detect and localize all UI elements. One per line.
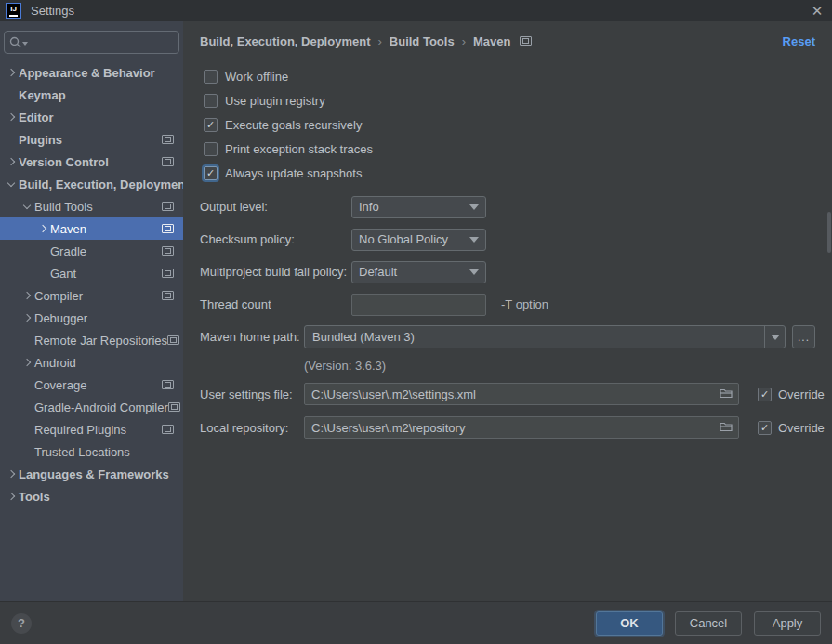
settings-page-icon bbox=[168, 402, 180, 412]
sidebar-item-android[interactable]: Android bbox=[0, 351, 183, 374]
sidebar-item-label: Appearance & Behavior bbox=[19, 66, 155, 80]
use-plugin-registry-checkbox[interactable] bbox=[204, 94, 218, 108]
dropdown-selected-value: Info bbox=[359, 200, 469, 214]
always-update-snapshots-checkbox[interactable]: ✓ bbox=[204, 166, 218, 180]
sidebar-item-label: Required Plugins bbox=[34, 423, 126, 437]
sidebar-item-trusted-locations[interactable]: Trusted Locations bbox=[0, 440, 183, 463]
checkbox-row-use-plugin-registry: Use plugin registry bbox=[200, 88, 815, 112]
settings-search-box[interactable] bbox=[4, 31, 179, 54]
chevron-down-icon bbox=[469, 269, 479, 275]
settings-page-icon bbox=[162, 157, 174, 166]
ok-button[interactable]: OK bbox=[596, 611, 663, 636]
vertical-scrollbar-thumb[interactable] bbox=[827, 212, 831, 253]
thread-count-label: Thread count bbox=[200, 297, 351, 311]
sidebar-item-tools[interactable]: Tools bbox=[0, 485, 183, 507]
chevron-right-icon[interactable] bbox=[20, 360, 34, 365]
breadcrumb-part[interactable]: Build Tools bbox=[390, 34, 455, 48]
settings-page-icon bbox=[162, 246, 174, 256]
chevron-right-icon[interactable] bbox=[4, 159, 19, 164]
checkbox-row-execute-goals-recursively: ✓Execute goals recursively bbox=[200, 112, 815, 137]
window-title: Settings bbox=[31, 4, 74, 18]
dropdown-rows: Output level:InfoChecksum policy:No Glob… bbox=[200, 191, 815, 288]
chevron-down-icon[interactable] bbox=[20, 204, 34, 208]
chevron-right-icon[interactable] bbox=[4, 114, 19, 120]
sidebar-item-compiler[interactable]: Compiler bbox=[0, 284, 183, 307]
sidebar-item-label: Version Control bbox=[19, 155, 109, 169]
dialog-buttons: OK Cancel Apply bbox=[596, 611, 821, 636]
checkbox-label: Always update snapshots bbox=[225, 166, 362, 180]
sidebar-item-plugins[interactable]: Plugins bbox=[0, 128, 183, 151]
checkbox-row-work-offline: Work offline bbox=[200, 64, 815, 88]
dialog-footer: ? OK Cancel Apply bbox=[0, 601, 832, 644]
sidebar-item-required-plugins[interactable]: Required Plugins bbox=[0, 418, 183, 440]
breadcrumb-part: Maven bbox=[473, 34, 510, 48]
settings-page-icon bbox=[162, 380, 174, 389]
thread-count-input[interactable] bbox=[351, 294, 486, 316]
sidebar-item-label: Tools bbox=[19, 490, 50, 504]
sidebar-item-label: Build Tools bbox=[34, 200, 93, 214]
chevron-right-icon[interactable] bbox=[4, 471, 19, 477]
sidebar-item-maven[interactable]: Maven bbox=[0, 217, 183, 240]
settings-page-icon bbox=[162, 291, 174, 300]
chevron-right-icon[interactable] bbox=[4, 70, 19, 75]
folder-icon[interactable] bbox=[720, 421, 733, 435]
chevron-down-icon[interactable] bbox=[4, 182, 19, 186]
sidebar-item-label: Android bbox=[34, 356, 76, 370]
sidebar-item-coverage[interactable]: Coverage bbox=[0, 374, 183, 396]
checksum-policy-row: Checksum policy:No Global Policy bbox=[200, 223, 815, 256]
settings-page-icon bbox=[520, 36, 532, 46]
breadcrumb-separator: › bbox=[377, 34, 381, 48]
settings-page-icon bbox=[162, 135, 174, 144]
sidebar-item-appearance-behavior[interactable]: Appearance & Behavior bbox=[0, 61, 183, 84]
chevron-right-icon[interactable] bbox=[4, 493, 19, 499]
settings-page-icon bbox=[162, 224, 174, 233]
sidebar-item-label: Gradle-Android Compiler bbox=[34, 401, 168, 414]
sidebar-item-remote-jar-repositories[interactable]: Remote Jar Repositories bbox=[0, 329, 183, 351]
maven-home-dropdown-section[interactable] bbox=[764, 326, 785, 348]
form-label: Output level: bbox=[200, 200, 351, 214]
sidebar-item-gradle[interactable]: Gradle bbox=[0, 240, 183, 262]
print-exception-stack-traces-checkbox[interactable] bbox=[204, 142, 218, 156]
folder-icon[interactable] bbox=[720, 388, 733, 401]
user-settings-file-field-wrap bbox=[304, 383, 739, 405]
sidebar-item-label: Remote Jar Repositories bbox=[34, 334, 167, 348]
dropdown-selected-value: No Global Policy bbox=[359, 232, 469, 246]
maven-home-combobox[interactable]: Bundled (Maven 3) bbox=[304, 325, 786, 348]
work-offline-checkbox[interactable] bbox=[204, 70, 218, 84]
override-wrap: ✓Override bbox=[758, 388, 825, 401]
sidebar-item-gant[interactable]: Gant bbox=[0, 262, 183, 284]
local-repository-override-checkbox[interactable]: ✓ bbox=[758, 421, 772, 435]
sidebar-item-version-control[interactable]: Version Control bbox=[0, 151, 183, 173]
close-icon[interactable]: ✕ bbox=[808, 2, 826, 20]
checksum-policy-dropdown[interactable]: No Global Policy bbox=[351, 229, 486, 251]
maven-version-note: (Version: 3.6.3) bbox=[304, 353, 815, 377]
sidebar-item-gradle-android-compiler[interactable]: Gradle-Android Compiler bbox=[0, 396, 183, 418]
help-icon[interactable]: ? bbox=[11, 613, 32, 634]
cancel-button[interactable]: Cancel bbox=[675, 611, 742, 636]
chevron-right-icon[interactable] bbox=[20, 293, 34, 298]
reset-link[interactable]: Reset bbox=[783, 34, 815, 48]
breadcrumb-part[interactable]: Build, Execution, Deployment bbox=[200, 34, 370, 48]
sidebar-item-build-execution-deployment[interactable]: Build, Execution, Deployment bbox=[0, 173, 183, 195]
user-settings-file-input[interactable] bbox=[304, 383, 739, 405]
chevron-right-icon[interactable] bbox=[35, 226, 50, 231]
maven-home-browse-button[interactable]: ... bbox=[792, 325, 815, 348]
sidebar-item-debugger[interactable]: Debugger bbox=[0, 307, 183, 329]
search-input[interactable] bbox=[28, 35, 174, 49]
user-settings-file-row: User settings file:✓Override bbox=[200, 377, 815, 411]
chevron-down-icon bbox=[771, 335, 780, 340]
sidebar-item-keymap[interactable]: Keymap bbox=[0, 84, 183, 106]
user-settings-file-override-checkbox[interactable]: ✓ bbox=[758, 388, 772, 401]
sidebar-item-label: Languages & Frameworks bbox=[19, 467, 169, 481]
sidebar-item-languages-frameworks[interactable]: Languages & Frameworks bbox=[0, 463, 183, 485]
sidebar-item-editor[interactable]: Editor bbox=[0, 106, 183, 128]
local-repository-input[interactable] bbox=[304, 416, 739, 439]
sidebar-item-build-tools[interactable]: Build Tools bbox=[0, 195, 183, 217]
chevron-right-icon[interactable] bbox=[20, 315, 34, 321]
thread-count-row: Thread count -T option bbox=[200, 288, 815, 321]
output-level-dropdown[interactable]: Info bbox=[351, 196, 486, 218]
execute-goals-recursively-checkbox[interactable]: ✓ bbox=[204, 118, 218, 132]
apply-button[interactable]: Apply bbox=[754, 611, 821, 636]
multiproject-build-fail-policy-dropdown[interactable]: Default bbox=[351, 261, 486, 283]
intellij-logo-icon: IJ bbox=[6, 3, 21, 19]
